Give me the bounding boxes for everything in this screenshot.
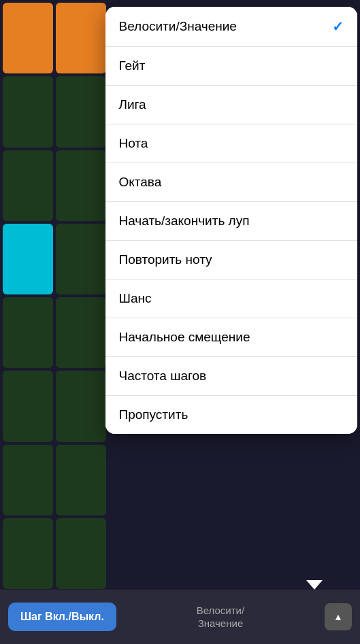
- dropdown-container: Велосити/Значение✓ГейтЛигаНотаОктаваНача…: [102, 0, 360, 590]
- pad-13[interactable]: [56, 518, 106, 589]
- dropdown-item-8[interactable]: Начальное смещение: [105, 318, 357, 357]
- dropdown-menu: Велосити/Значение✓ГейтЛигаНотаОктаваНача…: [105, 7, 357, 434]
- pad-6[interactable]: [3, 297, 53, 368]
- dropdown-item-4[interactable]: Октава: [105, 163, 357, 202]
- dropdown-item-label-0: Велосити/Значение: [119, 19, 237, 34]
- arrow-up-icon: ▲: [333, 611, 343, 622]
- pad-orange-2[interactable]: [56, 3, 106, 73]
- dropdown-item-label-8: Начальное смещение: [119, 330, 250, 345]
- dropdown-item-label-10: Пропустить: [119, 407, 189, 422]
- pad-9[interactable]: [56, 371, 106, 441]
- pad-3[interactable]: [56, 150, 106, 221]
- pad-0[interactable]: [3, 76, 53, 147]
- dropdown-item-7[interactable]: Шанс: [105, 279, 357, 318]
- pad-1[interactable]: [56, 76, 106, 147]
- dropdown-item-label-9: Частота шагов: [119, 369, 207, 384]
- dropdown-tail: [306, 580, 323, 590]
- pad-10[interactable]: [3, 445, 53, 515]
- dropdown-item-6[interactable]: Повторить ноту: [105, 241, 357, 279]
- pad-11[interactable]: [56, 445, 106, 515]
- pad-grid: [0, 0, 109, 592]
- dropdown-item-label-3: Нота: [119, 136, 148, 151]
- dropdown-item-label-4: Октава: [119, 175, 162, 190]
- pad-7[interactable]: [56, 297, 106, 368]
- pad-orange-1[interactable]: [3, 3, 53, 73]
- pad-5[interactable]: [56, 224, 106, 294]
- dropdown-checkmark-0: ✓: [332, 18, 344, 35]
- bottom-toolbar: Шаг Вкл./Выкл. Велосити/Значение ▲: [0, 590, 360, 644]
- dropdown-item-1[interactable]: Гейт: [105, 47, 357, 86]
- dropdown-item-10[interactable]: Пропустить: [105, 396, 357, 434]
- dropdown-item-5[interactable]: Начать/закончить луп: [105, 202, 357, 241]
- dropdown-item-label-7: Шанс: [119, 291, 152, 306]
- dropdown-item-label-2: Лига: [119, 97, 146, 112]
- pad-12[interactable]: [3, 518, 53, 589]
- dropdown-item-label-6: Повторить ноту: [119, 252, 212, 267]
- pad-2[interactable]: [3, 150, 53, 221]
- pad-teal[interactable]: [3, 224, 53, 294]
- step-toggle-button[interactable]: Шаг Вкл./Выкл.: [8, 603, 116, 631]
- dropdown-item-3[interactable]: Нота: [105, 124, 357, 163]
- toolbar-mode-label: Велосити/Значение: [125, 604, 316, 630]
- pad-8[interactable]: [3, 371, 53, 441]
- dropdown-item-9[interactable]: Частота шагов: [105, 357, 357, 396]
- dropdown-item-0[interactable]: Велосити/Значение✓: [105, 7, 357, 47]
- dropdown-item-label-1: Гейт: [119, 58, 146, 73]
- toolbar-arrow-button[interactable]: ▲: [325, 603, 352, 630]
- dropdown-item-label-5: Начать/закончить луп: [119, 214, 250, 228]
- dropdown-item-2[interactable]: Лига: [105, 86, 357, 124]
